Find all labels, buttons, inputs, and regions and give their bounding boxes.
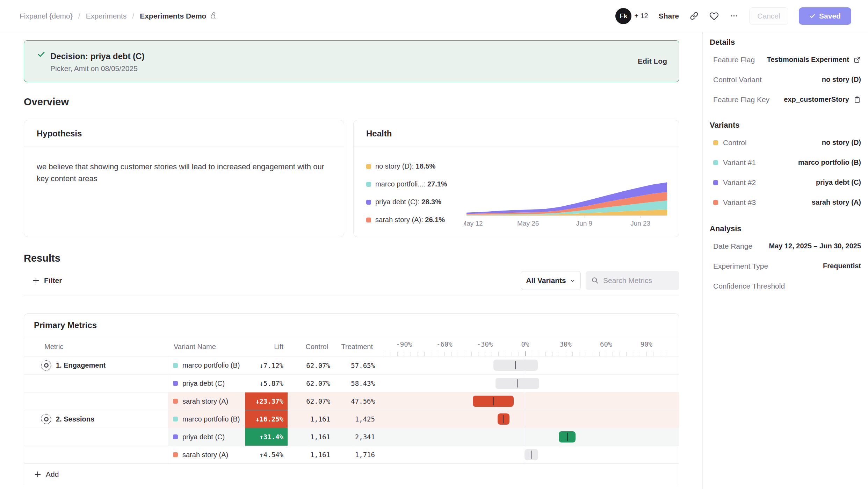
more-options-icon[interactable] — [729, 11, 739, 21]
metric-cell — [24, 428, 168, 446]
microscope-icon — [210, 11, 217, 21]
cancel-button[interactable]: Cancel — [749, 7, 788, 25]
axis-label: -60% — [436, 340, 453, 348]
control-cell: 1,161 — [288, 446, 332, 463]
metric-goal-icon — [41, 360, 51, 371]
axis-tick — [418, 352, 418, 356]
detail-value[interactable]: Testimonials Experiment — [767, 56, 849, 64]
hypothesis-card: Hypothesis we believe that showing custo… — [24, 120, 344, 237]
lift-cell: ↓23.37% — [245, 392, 288, 410]
axis-tick — [620, 352, 620, 356]
axis-label: 0% — [521, 340, 529, 348]
variant-label: Variant #1 — [723, 158, 756, 167]
axis-tick — [539, 352, 539, 356]
saved-button[interactable]: Saved — [799, 7, 851, 25]
variant-swatch — [173, 434, 178, 439]
axis-tick — [397, 352, 398, 356]
metric-name: 2. Sessions — [56, 415, 94, 423]
axis-label: 90% — [641, 340, 652, 348]
axis-tick — [451, 352, 451, 356]
variant-swatch — [173, 363, 178, 368]
favorite-heart-icon[interactable] — [709, 11, 719, 21]
edit-log-button[interactable]: Edit Log — [638, 57, 667, 65]
table-row[interactable]: priya debt (C)↓5.87%62.07%58.43% — [24, 374, 679, 392]
legend-swatch — [366, 164, 371, 169]
axis-tick — [512, 352, 512, 356]
variant-label: Control — [723, 139, 747, 147]
primary-metrics-card: Primary Metrics Metric Variant Name Lift… — [24, 313, 679, 484]
variant-swatch — [713, 180, 718, 185]
breadcrumb-separator: / — [78, 12, 80, 20]
zero-line — [525, 392, 525, 410]
share-button[interactable]: Share — [659, 12, 679, 20]
control-cell: 1,161 — [288, 410, 332, 428]
search-metrics-input[interactable] — [603, 276, 670, 285]
table-row[interactable]: 1. Engagementmarco portfolio (B)↓7.12%62… — [24, 356, 679, 374]
decision-title: Decision: priya debt (C) — [50, 51, 144, 61]
collaborators[interactable]: Fk + 12 — [615, 8, 648, 24]
variant-cell: marco portfolio (B) — [168, 410, 245, 428]
metric-cell — [24, 392, 168, 410]
legend-item: sarah story (A): 26.1% — [366, 216, 461, 224]
variants-dropdown[interactable]: All Variants — [521, 271, 581, 290]
add-metric-label: Add — [46, 470, 59, 479]
table-row[interactable]: 2. Sessionsmarco portfolio (B)↓16.25%1,1… — [24, 410, 679, 428]
analysis-value: May 12, 2025 – Jun 30, 2025 — [769, 242, 861, 250]
saved-label: Saved — [819, 12, 841, 20]
variant-value: marco portfolio (B) — [798, 158, 861, 166]
breadcrumb-project[interactable]: Fixpanel {demo} — [20, 12, 73, 20]
axis-tick — [613, 352, 613, 356]
treatment-cell: 58.43% — [332, 375, 377, 392]
variant-cell: marco portfolio (B) — [168, 356, 245, 374]
breadcrumb-separator: / — [132, 12, 134, 20]
lift-cell: ↓5.87% — [245, 375, 288, 392]
lift-cell: ↓7.12% — [245, 356, 288, 374]
add-filter-button[interactable]: Filter — [24, 276, 62, 285]
table-body: 1. Engagementmarco portfolio (B)↓7.12%62… — [24, 356, 679, 463]
variants-section-title: Variants — [710, 121, 861, 130]
axis-tick — [579, 352, 579, 356]
health-stacked-area-chart: May 12May 26Jun 9Jun 23 — [464, 176, 670, 229]
axis-tick — [471, 352, 472, 356]
legend-value: 18.5% — [416, 162, 436, 170]
top-header: Fixpanel {demo} / Experiments / Experime… — [0, 0, 868, 32]
detail-row-feature-flag-key: Feature Flag Keyexp_customerStory — [710, 90, 861, 109]
breadcrumb-experiments[interactable]: Experiments — [86, 12, 127, 20]
axis-tick — [646, 352, 647, 356]
external-link-icon[interactable] — [853, 56, 861, 64]
control-cell: 1,161 — [288, 428, 332, 446]
table-row[interactable]: sarah story (A)↓23.37%62.07%47.56% — [24, 392, 679, 410]
table-row[interactable]: sarah story (A)↑4.54%1,1611,716 — [24, 446, 679, 463]
variant-swatch — [173, 452, 178, 457]
decision-subtitle: Picker, Amit on 08/05/2025 — [50, 64, 144, 73]
axis-tick — [559, 352, 559, 356]
legend-label: sarah story (A): 26.1% — [375, 216, 445, 224]
axis-tick — [640, 352, 640, 356]
metric-name: 1. Engagement — [56, 361, 106, 369]
axis-tick — [532, 352, 532, 356]
axis-tick — [431, 352, 431, 356]
search-metrics-box[interactable] — [586, 271, 679, 290]
variant-label: Variant #2 — [723, 178, 756, 187]
axis-label: 60% — [600, 340, 612, 348]
clipboard-icon[interactable] — [853, 96, 861, 104]
copy-link-icon[interactable] — [689, 11, 699, 21]
axis-tick — [478, 352, 478, 356]
metric-cell: 2. Sessions — [24, 410, 168, 428]
metric-cell — [24, 375, 168, 392]
legend-swatch — [366, 218, 371, 222]
variant-swatch — [713, 160, 718, 165]
confidence-interval-cell — [377, 446, 680, 463]
variant-name: sarah story (A) — [182, 397, 228, 405]
axis-tick — [586, 352, 586, 356]
legend-label: priya debt (C): 28.3% — [375, 198, 441, 206]
hypothesis-text: we believe that showing customer stories… — [24, 147, 344, 185]
confidence-axis: -90%-60%-30%0%30%60%90% — [377, 337, 680, 356]
variant-name: priya debt (C) — [182, 380, 225, 388]
details-sidebar: Details Feature FlagTestimonials Experim… — [702, 32, 868, 489]
control-cell: 62.07% — [288, 375, 332, 392]
table-row[interactable]: priya debt (C)↑31.4%1,1612,341 — [24, 428, 679, 446]
confidence-interval-cell — [377, 410, 680, 428]
add-metric-button[interactable]: Add — [24, 463, 679, 484]
avatar[interactable]: Fk — [615, 8, 631, 24]
